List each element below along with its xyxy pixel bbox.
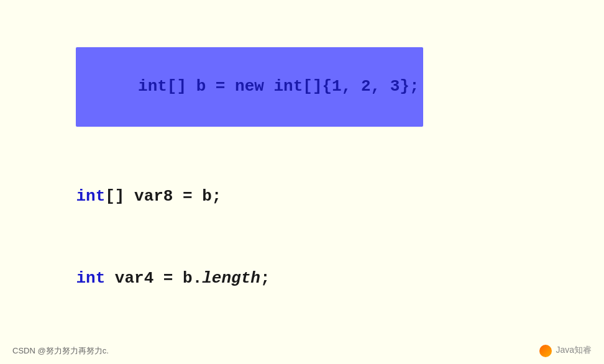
blank-line-1 xyxy=(37,321,567,345)
code-container: int[] b = new int[]{1, 2, 3}; int[] var8… xyxy=(0,0,604,364)
watermark-right: Java知睿 xyxy=(539,344,592,357)
for-line: for(int var5 = 0; var5 < var4; ++var5) { xyxy=(37,350,567,364)
keyword-int-2: int xyxy=(76,187,105,206)
keyword-int-3: int xyxy=(76,269,105,288)
code-line-1: int[] b = new int[]{1, 2, 3}; xyxy=(37,19,567,155)
logo-icon xyxy=(539,345,552,357)
watermark-left: CSDN @努力努力再努力c. xyxy=(12,345,109,357)
code-text-2: [] var8 = b; xyxy=(105,187,221,206)
watermark-left-text: CSDN @努力努力再努力c. xyxy=(12,346,109,355)
keyword-int: int[] b = new int[]{1, 2, 3}; xyxy=(138,77,419,96)
code-text-3b: ; xyxy=(260,269,270,288)
for-block: for(int var5 = 0; var5 < var4; ++var5) {… xyxy=(37,350,567,364)
code-text-3a: var4 = b. xyxy=(105,269,202,288)
watermark-right-text: Java知睿 xyxy=(556,345,592,356)
highlighted-code: int[] b = new int[]{1, 2, 3}; xyxy=(76,47,423,127)
code-line-2: int[] var8 = b; xyxy=(37,155,567,238)
code-line-3: int var4 = b.length; xyxy=(37,238,567,321)
method-length: length xyxy=(202,269,260,288)
